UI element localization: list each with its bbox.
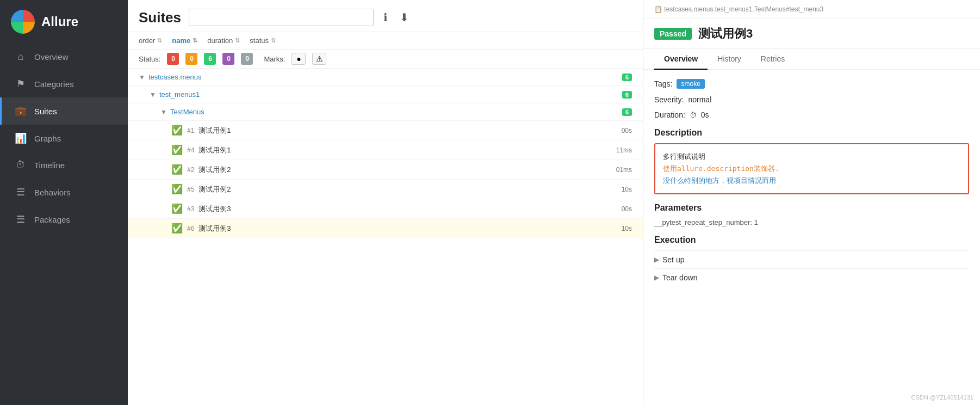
- test-time-1: 00s: [622, 127, 632, 134]
- duration-value: 0s: [701, 111, 709, 119]
- test-row-5[interactable]: ✅ #5 测试用例2 10s: [128, 180, 643, 199]
- package-icon: ☰: [15, 213, 27, 225]
- right-panel: 📋 testcases.menus.test_menus1.TestMenus#…: [643, 0, 980, 405]
- test-num-5: #5: [187, 186, 194, 193]
- test-name-2: 测试用例2: [199, 165, 231, 175]
- check-icon-2: ✅: [171, 164, 183, 175]
- sidebar-label-overview: Overview: [34, 52, 69, 62]
- test-row-2[interactable]: ✅ #2 测试用例2 01ms: [128, 160, 643, 180]
- sidebar-item-overview[interactable]: ⌂ Overview: [0, 44, 128, 70]
- test-row-4[interactable]: ✅ #4 测试用例1 11ms: [128, 140, 643, 160]
- chevron-teardown-icon: ▶: [654, 274, 659, 281]
- sort-duration[interactable]: duration ⇅: [207, 36, 240, 45]
- test-num-6: #6: [187, 225, 194, 232]
- suites-header: Suites ℹ ⬇: [128, 0, 643, 32]
- test-row-3[interactable]: ✅ #3 测试用例3 00s: [128, 199, 643, 219]
- copy-icon: 📋: [654, 5, 662, 13]
- status-badge-broken[interactable]: 0: [185, 53, 197, 65]
- status-bar-label: Status:: [139, 55, 160, 63]
- sidebar-label-categories: Categories: [34, 79, 74, 89]
- breadcrumb-text: testcases.menus.test_menus1.TestMenus#te…: [664, 5, 823, 13]
- tab-history-label: History: [717, 54, 741, 63]
- teardown-collapsible[interactable]: ▶ Tear down: [654, 268, 969, 286]
- setup-label: Set up: [662, 255, 684, 264]
- test-time-2: 01ms: [616, 166, 632, 174]
- tags-row: Tags: smoke: [654, 79, 969, 89]
- sort-status[interactable]: status ⇅: [250, 36, 276, 45]
- sidebar-item-categories[interactable]: ⚑ Categories: [0, 70, 128, 97]
- briefcase-icon: 💼: [15, 105, 27, 117]
- duration-row: Duration: ⏱ 0s: [654, 111, 969, 119]
- setup-collapsible[interactable]: ▶ Set up: [654, 250, 969, 268]
- test-row-1[interactable]: ✅ #1 测试用例1 00s: [128, 121, 643, 140]
- sort-order[interactable]: order ⇅: [139, 36, 162, 45]
- test-name-3: 测试用例3: [199, 204, 231, 214]
- panel-body: Tags: smoke Severity: normal Duration: ⏱…: [643, 70, 980, 405]
- search-input[interactable]: [189, 9, 374, 26]
- clock-icon: ⏱: [15, 159, 27, 171]
- info-button[interactable]: ℹ: [381, 9, 390, 26]
- suite-root[interactable]: ▼ testcases.menus 6: [128, 69, 643, 86]
- test-num-1: #1: [187, 127, 194, 134]
- desc-line-1: 多行测试说明: [663, 151, 960, 163]
- tab-retries-label: Retries: [761, 54, 785, 63]
- expand-l1-icon: ▼: [150, 91, 156, 99]
- sidebar-logo: Allure: [0, 0, 128, 44]
- sidebar-item-suites[interactable]: 💼 Suites: [0, 97, 128, 125]
- sidebar-nav: ⌂ Overview ⚑ Categories 💼 Suites 📊 Graph…: [0, 44, 128, 233]
- mark-warning-button[interactable]: ⚠: [312, 53, 326, 65]
- check-icon-3: ✅: [171, 203, 183, 214]
- suite-l1-count: 6: [622, 91, 632, 99]
- sidebar-label-graphs: Graphs: [34, 134, 61, 143]
- test-title: 测试用例3: [698, 26, 753, 42]
- suite-l1[interactable]: ▼ test_menus1 6: [128, 86, 643, 103]
- sidebar-label-timeline: Timeline: [34, 161, 65, 170]
- list-icon: ☰: [15, 186, 27, 198]
- status-badge-unknown[interactable]: 0: [241, 53, 253, 65]
- sort-name[interactable]: name ⇅: [172, 36, 197, 45]
- suite-list: ▼ testcases.menus 6 ▼ test_menus1 6 ▼ Te…: [128, 69, 643, 405]
- suite-root-count: 6: [622, 73, 632, 81]
- panel-header: Passed 测试用例3: [643, 19, 980, 49]
- download-button[interactable]: ⬇: [398, 9, 411, 26]
- status-badge-passed[interactable]: 6: [204, 53, 216, 65]
- panel-tabs: Overview History Retries: [643, 49, 980, 70]
- watermark: CSDN @YZL40514131: [911, 394, 973, 401]
- chevron-setup-icon: ▶: [654, 256, 659, 263]
- status-badge-failed[interactable]: 0: [167, 53, 179, 65]
- status-badge-skipped[interactable]: 0: [222, 53, 234, 65]
- test-num-4: #4: [187, 146, 194, 154]
- parameters-title: Parameters: [654, 203, 969, 213]
- check-icon-1: ✅: [171, 125, 183, 136]
- marks-label: Marks:: [264, 55, 285, 63]
- mark-circle-button[interactable]: ●: [291, 53, 306, 65]
- severity-label: Severity:: [654, 95, 684, 104]
- test-name-5: 测试用例2: [199, 185, 231, 194]
- tags-label: Tags:: [654, 79, 672, 88]
- test-name-6: 测试用例3: [199, 224, 231, 234]
- expand-root-icon: ▼: [139, 73, 145, 81]
- test-row-6-left: ✅ #6 测试用例3: [171, 223, 231, 234]
- tab-history[interactable]: History: [708, 49, 751, 70]
- tag-smoke[interactable]: smoke: [677, 79, 704, 89]
- check-icon-4: ✅: [171, 144, 183, 156]
- tab-overview[interactable]: Overview: [654, 49, 708, 70]
- main-area: Suites ℹ ⬇ order ⇅ name ⇅ duration ⇅ sta…: [128, 0, 643, 405]
- sidebar-item-behaviors[interactable]: ☰ Behaviors: [0, 179, 128, 206]
- test-row-4-left: ✅ #4 测试用例1: [171, 144, 231, 156]
- sort-status-arrows: ⇅: [271, 37, 276, 44]
- bar-chart-icon: 📊: [15, 132, 27, 144]
- sidebar-label-suites: Suites: [34, 107, 57, 116]
- sidebar-item-timeline[interactable]: ⏱ Timeline: [0, 152, 128, 179]
- sidebar-item-graphs[interactable]: 📊 Graphs: [0, 125, 128, 152]
- suite-l2[interactable]: ▼ TestMenus 6: [128, 103, 643, 121]
- test-row-1-left: ✅ #1 测试用例1: [171, 125, 231, 136]
- sort-name-arrows: ⇅: [193, 37, 197, 44]
- sort-duration-label: duration: [207, 36, 233, 45]
- test-row-6[interactable]: ✅ #6 测试用例3 10s: [128, 219, 643, 238]
- tab-retries[interactable]: Retries: [751, 49, 795, 70]
- suite-root-left: ▼ testcases.menus: [139, 73, 201, 81]
- sidebar-item-packages[interactable]: ☰ Packages: [0, 206, 128, 233]
- sort-name-label: name: [172, 36, 190, 45]
- suites-page-title: Suites: [139, 9, 181, 26]
